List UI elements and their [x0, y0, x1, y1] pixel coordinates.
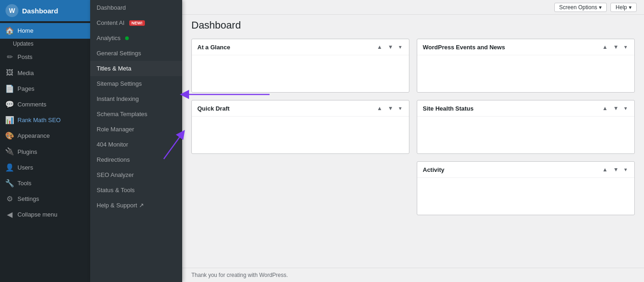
submenu-item-general-settings[interactable]: General Settings [90, 46, 182, 61]
submenu-item-label: Help & Support ↗ [97, 202, 144, 209]
sidebar-item-label: Users [17, 164, 33, 172]
new-badge: New! [129, 20, 145, 26]
main-content-area: Screen Options ▾ Help ▾ Dashboard At a G… [182, 0, 644, 282]
submenu-item-dashboard[interactable]: Dashboard [90, 0, 182, 15]
sidebar-logo-label: Dashboard [22, 7, 58, 15]
submenu-item-label: General Settings [97, 50, 141, 57]
submenu-item-404-monitor[interactable]: 404 Monitor [90, 137, 182, 152]
widget-body-at-a-glance [192, 55, 409, 92]
submenu-item-help-support[interactable]: Help & Support ↗ [90, 198, 182, 213]
help-label: Help [615, 4, 627, 11]
sidebar-item-label: Settings [17, 195, 39, 203]
submenu-item-analytics[interactable]: Analytics [90, 30, 182, 46]
submenu-item-instant-indexing[interactable]: Instant Indexing [90, 91, 182, 106]
widget-collapse-btn-2[interactable]: ▾ [397, 104, 403, 112]
sidebar-item-plugins[interactable]: 🔌 Plugins [0, 144, 90, 160]
widget-title-at-a-glance: At a Glance [197, 44, 230, 51]
comments-icon: 💬 [6, 100, 14, 109]
widget-down-btn-3[interactable]: ▼ [611, 43, 621, 51]
help-button[interactable]: Help ▾ [610, 3, 637, 12]
right-column: WordPress Events and News ▲ ▼ ▾ Site Hea… [417, 39, 635, 215]
rank-math-icon: 📊 [6, 116, 14, 124]
tools-icon: 🔧 [6, 179, 14, 188]
home-icon: 🏠 [6, 27, 14, 35]
collapse-icon: ◀ [6, 211, 14, 219]
sidebar-item-settings[interactable]: ⚙ Settings [0, 191, 90, 207]
sidebar-item-rank-math-seo[interactable]: 📊 Rank Math SEO [0, 112, 90, 128]
submenu-item-status-tools[interactable]: Status & Tools [90, 182, 182, 198]
sidebar-sub-updates[interactable]: Updates [0, 39, 90, 49]
submenu-item-label: 404 Monitor [97, 141, 128, 148]
pages-icon: 📄 [6, 85, 14, 93]
widget-controls-5: ▲ ▼ ▾ [600, 165, 629, 174]
submenu-item-label: Redirections [97, 156, 130, 163]
widget-collapse-btn-5[interactable]: ▾ [622, 165, 629, 174]
sidebar-item-appearance[interactable]: 🎨 Appearance [0, 128, 90, 144]
sidebar-item-label: Pages [17, 85, 34, 93]
widget-title-wp-events: WordPress Events and News [423, 44, 505, 51]
left-column: At a Glance ▲ ▼ ▾ Quick Draft ▲ [191, 39, 409, 215]
widget-controls-3: ▲ ▼ ▾ [600, 43, 629, 51]
widget-at-a-glance: At a Glance ▲ ▼ ▾ [191, 39, 409, 93]
widget-down-btn-2[interactable]: ▼ [386, 104, 395, 112]
widget-down-btn[interactable]: ▼ [386, 43, 395, 51]
sidebar-item-posts[interactable]: ✏ Posts [0, 49, 90, 65]
help-chevron: ▾ [629, 4, 632, 11]
widget-collapse-btn-3[interactable]: ▾ [622, 43, 629, 51]
submenu-item-label: Status & Tools [97, 187, 135, 194]
submenu-item-label: Titles & Meta [97, 65, 131, 72]
sidebar-item-users[interactable]: 👤 Users [0, 160, 90, 176]
screen-options-button[interactable]: Screen Options ▾ [554, 3, 607, 12]
sidebar-item-tools[interactable]: 🔧 Tools [0, 176, 90, 191]
widget-header-at-a-glance: At a Glance ▲ ▼ ▾ [192, 39, 409, 55]
dashboard-grid: At a Glance ▲ ▼ ▾ Quick Draft ▲ [191, 39, 635, 215]
widget-down-btn-5[interactable]: ▼ [611, 165, 621, 174]
sidebar-section-main: 🏠 Home Updates ✏ Posts 🖼 Media 📄 Pages 💬… [0, 21, 90, 224]
sidebar-logo[interactable]: W Dashboard [0, 0, 90, 21]
sidebar-item-home[interactable]: 🏠 Home [0, 23, 90, 39]
submenu-item-role-manager[interactable]: Role Manager [90, 122, 182, 137]
widget-up-btn-2[interactable]: ▲ [375, 104, 384, 112]
settings-icon: ⚙ [6, 195, 14, 203]
widget-up-btn[interactable]: ▲ [375, 43, 384, 51]
footer-text: Thank you for creating with WordPress. [191, 272, 288, 278]
widget-activity: Activity ▲ ▼ ▾ [417, 161, 635, 215]
sidebar-item-comments[interactable]: 💬 Comments [0, 97, 90, 112]
submenu-item-label: Schema Templates [97, 111, 147, 118]
wp-logo-icon: W [6, 4, 18, 17]
widget-title-activity: Activity [423, 166, 444, 173]
submenu-item-label: Sitemap Settings [97, 80, 142, 87]
sidebar-item-label: Comments [17, 100, 46, 109]
submenu-item-seo-analyzer[interactable]: SEO Analyzer [90, 167, 182, 182]
submenu-item-label: Analytics [97, 35, 121, 41]
widget-header-activity: Activity ▲ ▼ ▾ [417, 162, 634, 178]
submenu-item-schema-templates[interactable]: Schema Templates [90, 106, 182, 122]
submenu: Dashboard Content AI New! Analytics Gene… [90, 0, 182, 282]
content-area: At a Glance ▲ ▼ ▾ Quick Draft ▲ [182, 35, 644, 268]
submenu-item-titles-meta[interactable]: Titles & Meta [90, 61, 182, 76]
widget-body-site-health [417, 117, 634, 153]
widget-title-quick-draft: Quick Draft [197, 105, 230, 112]
sidebar-item-collapse[interactable]: ◀ Collapse menu [0, 207, 90, 223]
widget-up-btn-4[interactable]: ▲ [600, 104, 610, 112]
submenu-item-label: Content AI [97, 19, 125, 26]
submenu-item-content-ai[interactable]: Content AI New! [90, 15, 182, 30]
widget-up-btn-3[interactable]: ▲ [600, 43, 610, 51]
widget-collapse-btn[interactable]: ▾ [397, 43, 403, 51]
submenu-item-label: SEO Analyzer [97, 171, 134, 178]
widget-up-btn-5[interactable]: ▲ [600, 165, 610, 174]
sidebar-item-label: Collapse menu [17, 211, 58, 219]
submenu-item-sitemap-settings[interactable]: Sitemap Settings [90, 76, 182, 91]
widget-body-activity [417, 178, 634, 215]
widget-site-health-status: Site Health Status ▲ ▼ ▾ [417, 100, 635, 154]
sidebar-item-pages[interactable]: 📄 Pages [0, 81, 90, 97]
page-title-bar: Dashboard [182, 15, 644, 35]
sidebar-item-media[interactable]: 🖼 Media [0, 65, 90, 81]
posts-icon: ✏ [6, 53, 14, 61]
widget-collapse-btn-4[interactable]: ▾ [622, 104, 629, 112]
footer-bar: Thank you for creating with WordPress. [182, 268, 644, 282]
sidebar: W Dashboard 🏠 Home Updates ✏ Posts 🖼 Med… [0, 0, 90, 282]
widget-down-btn-4[interactable]: ▼ [611, 104, 621, 112]
widget-body-wp-events [417, 55, 634, 92]
submenu-item-redirections[interactable]: Redirections [90, 152, 182, 167]
